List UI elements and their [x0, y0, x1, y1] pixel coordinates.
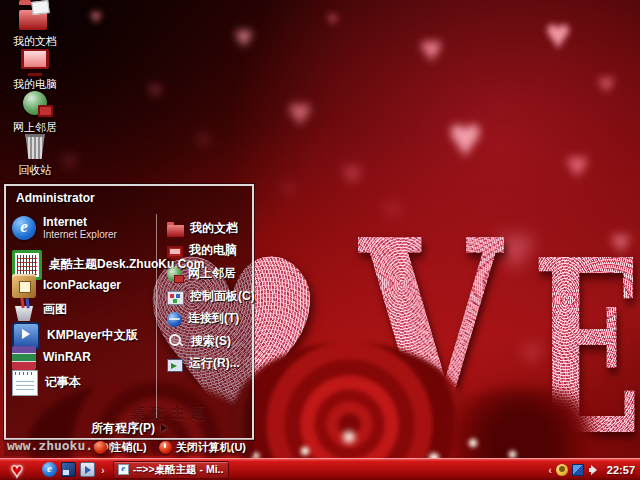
recycle-bin-icon	[24, 134, 46, 159]
my-documents-icon	[19, 10, 47, 30]
desktop-icon-label: 回收站	[19, 163, 52, 178]
start-menu-panel: Administrator Internet Internet Explorer…	[4, 184, 254, 440]
control-panel-icon	[167, 291, 184, 305]
start-menu-item-connect-to[interactable]: 连接到(T)	[167, 310, 250, 327]
search-icon	[167, 332, 185, 350]
all-programs-arrow-icon	[161, 424, 167, 432]
start-menu-item-network-places[interactable]: 网上邻居	[167, 265, 250, 282]
all-programs-button[interactable]: 所有程序(P)	[6, 420, 252, 436]
tray-security-icon[interactable]	[572, 464, 584, 476]
connect-to-icon	[167, 312, 182, 327]
tray-chevron-icon[interactable]: ‹	[548, 464, 552, 476]
heart-start-icon: ♥	[11, 460, 23, 480]
start-menu: Administrator Internet Internet Explorer…	[4, 184, 254, 456]
log-off-button[interactable]: 注销(L)	[94, 440, 147, 455]
desktop-icon-my-computer[interactable]: 我的电脑	[6, 47, 64, 92]
desktop-icon-recycle-bin[interactable]: 回收站	[6, 133, 64, 178]
start-menu-right-column: 我的文档 我的电脑 网上邻居 控制面板(C) 连接到(T)	[156, 214, 250, 418]
start-menu-item-notepad[interactable]: 记事本	[12, 370, 154, 396]
start-menu-item-search[interactable]: 搜索(S)	[167, 332, 250, 350]
notepad-icon	[12, 370, 38, 396]
my-documents-mini-icon	[167, 225, 184, 237]
start-menu-item-winrar[interactable]: WinRAR	[12, 346, 154, 370]
network-places-mini-icon	[167, 267, 182, 282]
desktop-icon-my-documents[interactable]: 我的文档	[6, 4, 64, 49]
my-computer-icon	[21, 49, 49, 69]
start-menu-item-my-computer[interactable]: 我的电脑	[167, 242, 250, 259]
taskbar: ♥ › -=>>桌酷主题 - Mi... ‹ 22:57	[0, 458, 640, 480]
my-computer-mini-icon	[167, 246, 183, 258]
system-tray: ‹ 22:57	[548, 464, 640, 476]
taskbar-task-button[interactable]: -=>>桌酷主题 - Mi...	[113, 461, 229, 479]
start-button[interactable]: ♥	[0, 459, 34, 480]
desktop: ♥ V E 桌酷主题 www.zhuoku.com 我的文档 我的电脑 网上邻居…	[0, 0, 640, 480]
start-menu-left-column: Internet Internet Explorer 桌酷主题Desk.Zhuo…	[8, 214, 154, 418]
show-desktop-icon[interactable]	[61, 462, 76, 477]
start-menu-user-name: Administrator	[16, 191, 95, 205]
quick-launch-chevron-icon[interactable]: ›	[101, 464, 105, 476]
start-menu-item-internet[interactable]: Internet Internet Explorer	[12, 216, 154, 240]
start-menu-item-my-documents[interactable]: 我的文档	[167, 220, 250, 237]
taskbar-clock[interactable]: 22:57	[607, 464, 635, 476]
internet-explorer-icon	[12, 216, 36, 240]
start-menu-item-control-panel[interactable]: 控制面板(C)	[167, 288, 250, 305]
paint-icon	[12, 298, 36, 322]
tray-user-icon[interactable]	[556, 464, 568, 476]
start-menu-item-run[interactable]: 运行(R)...	[167, 355, 250, 372]
ie-document-icon	[118, 464, 129, 475]
start-menu-footer: 注销(L) 关闭计算机(U)	[4, 439, 254, 456]
icon-packager-icon	[12, 274, 36, 298]
shut-down-icon	[159, 441, 172, 454]
run-icon	[167, 359, 183, 372]
quick-launch-media-icon[interactable]	[80, 462, 95, 477]
tray-volume-icon[interactable]	[588, 464, 600, 476]
desktop-icon-network-places[interactable]: 网上邻居	[6, 90, 64, 135]
shut-down-button[interactable]: 关闭计算机(U)	[159, 440, 246, 455]
start-menu-item-paint[interactable]: 画图	[12, 298, 154, 322]
start-menu-item-iconpackager[interactable]: IconPackager	[12, 274, 154, 298]
quick-launch-ie-icon[interactable]	[42, 462, 57, 477]
quick-launch-bar: ›	[42, 462, 105, 477]
network-places-icon	[23, 91, 47, 115]
log-off-icon	[94, 441, 107, 454]
winrar-icon	[12, 346, 36, 370]
